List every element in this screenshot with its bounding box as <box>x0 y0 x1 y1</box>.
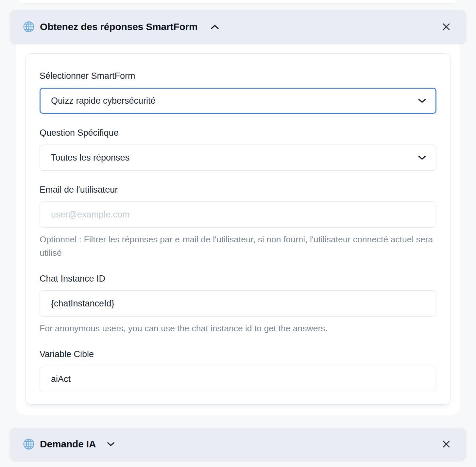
email-field-group: Email de l'utilisateur Optionnel : Filtr… <box>40 184 436 260</box>
smartform-form-panel: Sélectionner SmartForm Quizz rapide cybe… <box>26 53 450 405</box>
globe-icon <box>23 438 35 450</box>
smartform-select-group: Sélectionner SmartForm Quizz rapide cybe… <box>40 71 436 114</box>
email-helper-text: Optionnel : Filtrer les réponses par e-m… <box>40 233 436 260</box>
question-select-value: Toutes les réponses <box>51 153 129 163</box>
target-variable-input[interactable] <box>40 366 436 392</box>
close-icon <box>441 22 451 32</box>
ai-request-node-header: Demande IA <box>10 428 466 460</box>
smartform-select[interactable]: Quizz rapide cybersécurité <box>40 88 436 114</box>
close-button[interactable] <box>439 437 453 451</box>
previous-card-bottom-edge <box>18 0 458 3</box>
smartform-node-header: Obtenez des réponses SmartForm <box>10 10 466 44</box>
chat-instance-input[interactable] <box>40 290 436 317</box>
question-select[interactable]: Toutes les réponses <box>40 145 436 171</box>
email-field-label: Email de l'utilisateur <box>40 184 436 195</box>
smartform-node-body: Sélectionner SmartForm Quizz rapide cybe… <box>16 43 460 415</box>
chat-instance-helper-text: For anonymous users, you can use the cha… <box>40 322 436 335</box>
question-select-label: Question Spécifique <box>40 128 436 138</box>
email-input[interactable] <box>40 201 436 228</box>
chevron-up-icon <box>211 25 219 29</box>
smartform-select-label: Sélectionner SmartForm <box>40 71 436 81</box>
close-icon <box>441 439 451 449</box>
chat-instance-label: Chat Instance ID <box>40 273 436 284</box>
chevron-down-icon <box>418 155 426 160</box>
smartform-select-value: Quizz rapide cybersécurité <box>51 96 156 106</box>
node-title: Demande IA <box>40 439 96 450</box>
chevron-down-icon <box>107 442 115 446</box>
target-variable-field-group: Variable Cible <box>40 349 436 392</box>
expand-button[interactable] <box>105 440 117 448</box>
target-variable-label: Variable Cible <box>40 349 436 359</box>
close-button[interactable] <box>439 20 453 34</box>
chevron-down-icon <box>418 98 426 103</box>
node-title: Obtenez des réponses SmartForm <box>40 21 197 32</box>
collapse-button[interactable] <box>209 23 221 31</box>
question-select-group: Question Spécifique Toutes les réponses <box>40 128 436 171</box>
chat-instance-field-group: Chat Instance ID For anonymous users, yo… <box>40 273 436 335</box>
globe-icon <box>23 21 35 33</box>
